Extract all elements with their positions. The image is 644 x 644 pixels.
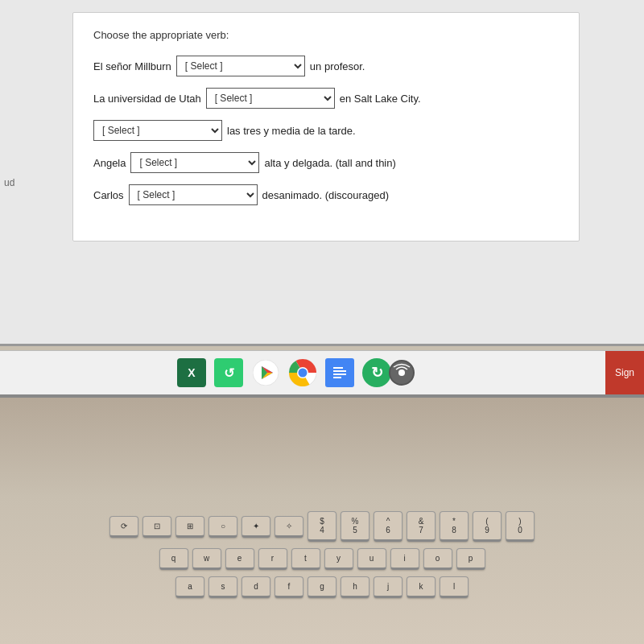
docs-icon[interactable] bbox=[325, 358, 354, 387]
key-windows[interactable]: ⊞ bbox=[175, 516, 204, 538]
svg-rect-11 bbox=[333, 370, 346, 372]
key-t[interactable]: t bbox=[291, 548, 320, 570]
key-h[interactable]: h bbox=[341, 576, 369, 598]
key-e[interactable]: e bbox=[225, 548, 254, 570]
question-row-5: Carlos [ Select ] es está son están desa… bbox=[93, 184, 559, 205]
refresh-icon[interactable]: ↻ bbox=[362, 358, 391, 387]
key-refresh[interactable]: ⟳ bbox=[109, 516, 138, 538]
recovery-icon[interactable]: ↺ bbox=[214, 358, 243, 387]
excel-icon[interactable]: X bbox=[177, 358, 206, 387]
key-p[interactable]: p bbox=[456, 548, 485, 570]
key-r[interactable]: r bbox=[258, 548, 287, 570]
question-row-4: Angela [ Select ] es está son están alta… bbox=[93, 152, 559, 173]
svg-rect-13 bbox=[333, 377, 341, 378]
network-icon bbox=[389, 360, 415, 386]
svg-point-8 bbox=[299, 369, 308, 378]
q5-select[interactable]: [ Select ] es está son están bbox=[129, 184, 258, 205]
taskbar: X ↺ ↻ bbox=[0, 350, 644, 394]
key-close-0[interactable]: )0 bbox=[506, 511, 535, 542]
key-open-9[interactable]: (9 bbox=[473, 511, 502, 542]
sign-button[interactable]: Sign bbox=[605, 351, 644, 394]
key-s[interactable]: s bbox=[208, 576, 237, 598]
key-k[interactable]: k bbox=[407, 576, 436, 598]
key-caret-6[interactable]: ^6 bbox=[374, 511, 402, 542]
key-star-8[interactable]: *8 bbox=[440, 511, 469, 542]
q2-suffix: en Salt Lake City. bbox=[340, 93, 421, 105]
key-d[interactable]: d bbox=[242, 576, 270, 598]
q5-prefix: Carlos bbox=[93, 189, 124, 201]
q4-select[interactable]: [ Select ] es está son están bbox=[130, 152, 259, 173]
key-fullscreen[interactable]: ⊡ bbox=[142, 516, 171, 538]
keyboard-row-2: q w e r t y u i o p bbox=[159, 548, 485, 570]
key-g[interactable]: g bbox=[308, 576, 336, 598]
q1-prefix: El señor Millburn bbox=[93, 60, 171, 72]
q2-prefix: La universidad de Utah bbox=[93, 93, 201, 105]
key-y[interactable]: y bbox=[324, 548, 353, 570]
q5-suffix: desanimado. (discouraged) bbox=[262, 189, 390, 201]
key-circle[interactable]: ○ bbox=[208, 516, 237, 538]
keyboard-area: ⟳ ⊡ ⊞ ○ ✦ ✧ $4 %5 ^6 &7 *8 (9 )0 q w e r… bbox=[0, 503, 644, 644]
key-percent-5[interactable]: %5 bbox=[341, 511, 369, 542]
svg-rect-12 bbox=[333, 374, 346, 375]
q2-select[interactable]: [ Select ] es está son están bbox=[206, 88, 335, 109]
key-brightness-down[interactable]: ✦ bbox=[242, 516, 270, 538]
q4-suffix: alta y delgada. (tall and thin) bbox=[264, 157, 395, 169]
key-w[interactable]: w bbox=[192, 548, 221, 570]
key-amp-7[interactable]: &7 bbox=[407, 511, 436, 542]
play-store-icon[interactable] bbox=[251, 358, 280, 387]
key-q[interactable]: q bbox=[159, 548, 188, 570]
key-a[interactable]: a bbox=[175, 576, 204, 598]
key-u[interactable]: u bbox=[357, 548, 386, 570]
q1-select[interactable]: [ Select ] es está son están bbox=[176, 56, 305, 76]
keyboard-row-1: ⟳ ⊡ ⊞ ○ ✦ ✧ $4 %5 ^6 &7 *8 (9 )0 bbox=[109, 511, 535, 542]
keyboard-row-3: a s d f g h j k l bbox=[175, 576, 469, 598]
key-i[interactable]: i bbox=[390, 548, 419, 570]
key-l[interactable]: l bbox=[440, 576, 469, 598]
key-brightness-up[interactable]: ✧ bbox=[275, 516, 303, 538]
svg-rect-10 bbox=[333, 367, 343, 369]
question-row-3: [ Select ] es está son están las tres y … bbox=[93, 120, 559, 141]
key-f[interactable]: f bbox=[275, 576, 303, 598]
chrome-icon[interactable] bbox=[288, 358, 317, 387]
q3-select[interactable]: [ Select ] es está son están bbox=[93, 120, 222, 141]
instruction-text: Choose the appropriate verb: bbox=[93, 29, 559, 41]
key-dollar-4[interactable]: $4 bbox=[308, 511, 336, 542]
q1-suffix: un profesor. bbox=[310, 60, 365, 72]
svg-rect-9 bbox=[331, 362, 349, 383]
key-j[interactable]: j bbox=[374, 576, 402, 598]
side-text: ud bbox=[4, 177, 14, 188]
question-row-1: El señor Millburn [ Select ] es está son… bbox=[93, 56, 559, 76]
q3-suffix: las tres y media de la tarde. bbox=[227, 125, 356, 137]
content-panel: Choose the appropriate verb: El señor Mi… bbox=[72, 12, 580, 242]
q4-prefix: Angela bbox=[93, 157, 126, 169]
svg-point-15 bbox=[398, 369, 405, 376]
question-row-2: La universidad de Utah [ Select ] es est… bbox=[93, 88, 559, 109]
key-o[interactable]: o bbox=[423, 548, 452, 570]
laptop-screen: Choose the appropriate verb: El señor Mi… bbox=[0, 0, 644, 346]
